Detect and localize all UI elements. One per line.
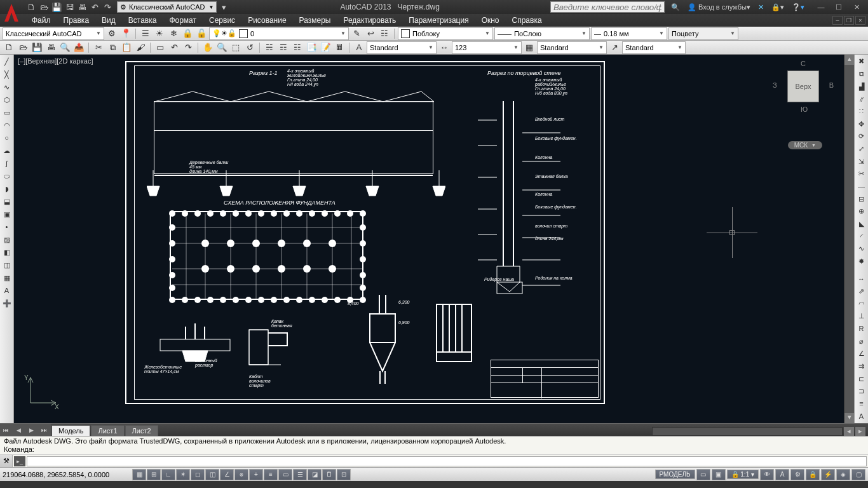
- copy-icon[interactable]: ⧉: [106, 41, 119, 54]
- revcloud-icon[interactable]: ☁: [1, 145, 13, 156]
- tablestyle-icon[interactable]: ▦: [523, 41, 536, 54]
- dim-rad-icon[interactable]: R: [856, 323, 867, 335]
- annoauto[interactable]: A: [775, 469, 789, 480]
- textstyle-combo[interactable]: Standard▼: [367, 41, 437, 54]
- layer-combo[interactable]: 💡☀🔓0▼: [209, 27, 349, 40]
- stayconnected-icon[interactable]: 🔒▾: [769, 1, 787, 13]
- annovis[interactable]: 👁: [760, 469, 774, 480]
- tab-layout2[interactable]: Лист2: [125, 425, 158, 436]
- paste-icon[interactable]: 📋: [120, 41, 133, 54]
- hscroll-right[interactable]: ▸: [855, 427, 865, 436]
- layer-properties-icon[interactable]: ☰: [139, 27, 152, 40]
- zoom-rt-icon[interactable]: 🔍: [215, 41, 228, 54]
- sc-toggle[interactable]: ◪: [308, 469, 322, 480]
- menu-edit[interactable]: Правка: [57, 14, 96, 27]
- qp-toggle[interactable]: ☰: [293, 469, 307, 480]
- viewcube-n[interactable]: С: [801, 60, 806, 67]
- scale-icon[interactable]: ⤢: [856, 144, 867, 155]
- layer-isolate-icon[interactable]: ☷: [378, 27, 391, 40]
- menu-parametric[interactable]: Параметризация: [402, 14, 475, 27]
- mleaderstyle-combo[interactable]: Standard▼: [622, 41, 686, 54]
- sheetset-icon[interactable]: 📑: [305, 41, 318, 54]
- xline-icon[interactable]: ╳: [1, 69, 13, 80]
- explode-icon[interactable]: ✸: [856, 256, 867, 268]
- dim-ord-icon[interactable]: ⊥: [856, 311, 867, 322]
- zoom-win-icon[interactable]: ⬚: [229, 41, 242, 54]
- vscrollbar[interactable]: ▴ ▾: [844, 55, 854, 423]
- saveas-icon[interactable]: 🖫: [64, 1, 75, 13]
- ellipse-icon[interactable]: ⬭: [1, 170, 13, 182]
- quickview-drawings[interactable]: ▣: [712, 469, 726, 480]
- doc-minimize[interactable]: –: [832, 16, 843, 25]
- menu-help[interactable]: Справка: [506, 14, 548, 27]
- menu-view[interactable]: Вид: [95, 14, 122, 27]
- addselected-icon[interactable]: ➕: [1, 297, 13, 309]
- dimstyle-icon[interactable]: ↔: [438, 41, 451, 54]
- qnew-icon[interactable]: 🗋: [3, 41, 15, 54]
- layer-lock-icon[interactable]: 🔒: [181, 27, 194, 40]
- menu-dimension[interactable]: Размеры: [293, 14, 337, 27]
- offset-icon[interactable]: ⫽: [856, 93, 867, 105]
- isolate-objects[interactable]: ◈: [836, 469, 850, 480]
- menu-draw[interactable]: Рисование: [241, 14, 292, 27]
- doc-restore[interactable]: ❐: [844, 16, 854, 25]
- copy2-icon[interactable]: ⧉: [856, 69, 867, 80]
- redo2-icon[interactable]: ↷: [182, 41, 194, 54]
- linetype-combo[interactable]: —— ПоСлою▼: [494, 27, 590, 40]
- workspace-settings-icon[interactable]: ⚙: [105, 27, 118, 40]
- ellipsearc-icon[interactable]: ◗: [1, 183, 13, 194]
- otrack-toggle[interactable]: ∠: [220, 469, 234, 480]
- rectangle-icon[interactable]: ▭: [1, 107, 13, 118]
- block-icon[interactable]: ▣: [1, 208, 13, 220]
- tab-last[interactable]: ⏭: [38, 424, 51, 436]
- quickview-layouts[interactable]: ▭: [696, 469, 710, 480]
- layer-match-icon[interactable]: ✎: [350, 27, 363, 40]
- mirror-icon[interactable]: ▟: [856, 81, 867, 92]
- lwt-toggle[interactable]: ≡: [264, 469, 278, 480]
- drawing-canvas[interactable]: [–][Верхняя][2D каркас] С Ю З В Верх МСК…: [14, 55, 854, 423]
- am-toggle[interactable]: 🗒: [322, 469, 336, 480]
- viewport-label[interactable]: [–][Верхняя][2D каркас]: [18, 57, 93, 65]
- erase-icon[interactable]: ✖: [856, 56, 867, 67]
- layer-freeze-icon[interactable]: ❄: [167, 27, 180, 40]
- plot-icon[interactable]: 🖶: [76, 1, 88, 13]
- hatch-icon[interactable]: ▨: [1, 234, 13, 245]
- command-handle[interactable]: ⚒: [0, 455, 13, 467]
- zoom-prev-icon[interactable]: ↺: [243, 41, 256, 54]
- signin-button[interactable]: 👤 Вход в службы ▾: [685, 1, 753, 13]
- tpy-toggle[interactable]: ▭: [278, 469, 292, 480]
- spline-icon[interactable]: ∫: [1, 158, 13, 169]
- trim-icon[interactable]: ✂: [856, 168, 867, 180]
- workspace-dropdown[interactable]: ⚙ Классический AutoCAD ▼: [117, 1, 217, 13]
- layer-states-icon[interactable]: ☀: [153, 27, 166, 40]
- extend-icon[interactable]: ―: [856, 181, 867, 193]
- plotstyle-combo[interactable]: Поцвету▼: [668, 27, 738, 40]
- dim-quick-icon[interactable]: ⇉: [856, 361, 867, 372]
- ucs-badge[interactable]: МСК▼: [788, 141, 822, 149]
- 3dosnap-toggle[interactable]: ◫: [205, 469, 219, 480]
- blend-icon[interactable]: ∿: [856, 243, 867, 255]
- table-icon[interactable]: ▦: [1, 272, 13, 283]
- qat-menu-icon[interactable]: ▾: [218, 1, 229, 13]
- chamfer-icon[interactable]: ◣: [856, 219, 867, 230]
- app-menu-button[interactable]: [0, 0, 23, 25]
- hscroll-left[interactable]: ◂: [844, 427, 854, 436]
- pline-icon[interactable]: ∿: [1, 81, 13, 93]
- redo-icon[interactable]: ↷: [102, 1, 113, 13]
- hscrollbar[interactable]: [652, 427, 843, 436]
- viewcube-s[interactable]: Ю: [801, 105, 808, 113]
- gradient-icon[interactable]: ◧: [1, 247, 13, 258]
- undo-icon[interactable]: ↶: [89, 1, 100, 13]
- plot-icon[interactable]: 🖶: [44, 41, 57, 54]
- polygon-icon[interactable]: ⬡: [1, 94, 13, 105]
- tablestyle-combo[interactable]: Standard▼: [537, 41, 607, 54]
- ducs-toggle[interactable]: ⎈: [234, 469, 248, 480]
- snap-toggle[interactable]: ▦: [132, 469, 146, 480]
- tab-first[interactable]: ⏮: [0, 424, 13, 436]
- dim-space-icon[interactable]: ≡: [856, 398, 867, 410]
- workspace-my-icon[interactable]: 📍: [119, 27, 132, 40]
- preview-icon[interactable]: 🔍: [58, 41, 71, 54]
- modelspace-toggle[interactable]: РМОДЕЛЬ: [655, 470, 695, 479]
- dimstyle-combo[interactable]: 123▼: [452, 41, 522, 54]
- publish-icon[interactable]: 📤: [72, 41, 85, 54]
